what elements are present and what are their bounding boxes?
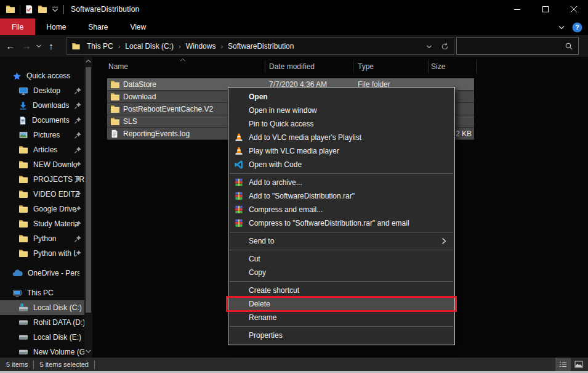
sidebar-item-desktop[interactable]: Desktop (0, 83, 84, 98)
sidebar-item-local-disk-e[interactable]: Local Disk (E:) (0, 330, 84, 345)
menu-item-play-with-vlc-media-player[interactable]: Play with VLC media player (228, 144, 454, 158)
sidebar-item-quick-access[interactable]: Quick access (0, 68, 84, 83)
pin-icon (74, 191, 82, 199)
menu-item-compress-and-email[interactable]: Compress and email... (228, 203, 454, 216)
folder-icon[interactable] (6, 4, 15, 14)
tab-file[interactable]: File (0, 18, 35, 35)
breadcrumb-segment[interactable]: Windows (183, 42, 219, 51)
folder-icon (110, 104, 120, 114)
column-divider[interactable] (428, 60, 429, 73)
menu-item-open-with-code[interactable]: Open with Code (228, 158, 454, 171)
sidebar-item-google-drive[interactable]: Google Drive (0, 202, 84, 216)
menu-item-add-to-softwaredistribution-rar[interactable]: Add to "SoftwareDistribution.rar" (228, 189, 454, 203)
sidebar-item-downloads[interactable]: Downloads (0, 98, 84, 113)
help-icon[interactable]: ? (572, 22, 582, 33)
folder-icon (18, 234, 28, 244)
menu-item-open[interactable]: Open (228, 90, 454, 104)
toolbar-dropdown-icon[interactable] (52, 6, 58, 12)
vlc-icon (234, 146, 244, 156)
menu-item-rename[interactable]: Rename (228, 311, 454, 324)
search-input[interactable] (461, 39, 559, 52)
up-button[interactable]: ↑ (44, 39, 58, 54)
tab-home[interactable]: Home (35, 18, 77, 35)
star-icon (12, 72, 22, 81)
small-chevron-icon[interactable] (36, 43, 42, 49)
minimize-button[interactable] (503, 0, 531, 18)
sidebar-item-label: Google Drive (33, 205, 76, 213)
breadcrumb-segment[interactable]: SoftwareDistribution (225, 42, 297, 51)
sidebar-scrollbar[interactable] (84, 57, 92, 358)
maximize-button[interactable] (531, 0, 560, 18)
status-divider (33, 361, 34, 369)
menu-item-cut[interactable]: Cut (228, 252, 454, 266)
folder-icon[interactable] (38, 4, 47, 14)
menu-item-send-to[interactable]: Send to (228, 234, 454, 248)
sidebar-item-rohit-data-d[interactable]: Rohit DATA (D:) (0, 315, 84, 330)
sidebar-item-new-volume-g[interactable]: New Volume (G: (0, 345, 84, 358)
sidebar-item-new-downlo[interactable]: NEW Downlo (0, 157, 84, 172)
pc-icon (12, 289, 22, 298)
sidebar-item-pictures[interactable]: Pictures (0, 128, 84, 142)
details-view-button[interactable] (555, 358, 571, 371)
column-header-size[interactable]: Size (431, 62, 445, 71)
back-button[interactable]: ← (4, 39, 17, 54)
collapse-chevron-icon[interactable] (558, 25, 565, 31)
breadcrumb-segment[interactable]: This PC (84, 42, 116, 51)
small-chevron-icon[interactable] (426, 44, 432, 50)
forward-button[interactable]: → (20, 39, 33, 54)
folder-icon (18, 160, 28, 170)
menu-item-pin-to-quick-access[interactable]: Pin to Quick access (228, 117, 454, 131)
menu-separator (230, 173, 453, 174)
winrar-icon (234, 191, 244, 201)
menu-item-properties[interactable]: Properties (228, 329, 454, 342)
close-button[interactable] (560, 0, 588, 18)
pin-icon (74, 176, 82, 184)
search-icon (565, 42, 573, 51)
sidebar-item-video-editz[interactable]: VIDEO EDITZ (0, 187, 84, 202)
sidebar-item-study-materia[interactable]: Study Materia (0, 216, 84, 231)
tab-view[interactable]: View (119, 18, 157, 35)
scroll-down-icon[interactable] (85, 349, 92, 354)
file-check-icon[interactable] (25, 4, 33, 14)
sidebar-item-python-with-i[interactable]: Python with I (0, 246, 84, 261)
scrollbar-thumb[interactable] (86, 67, 91, 313)
tab-share[interactable]: Share (77, 18, 119, 35)
breadcrumb-chevron-icon[interactable]: › (177, 43, 183, 50)
sidebar-item-documents[interactable]: Documents (0, 113, 84, 128)
menu-item-create-shortcut[interactable]: Create shortcut (228, 284, 454, 297)
column-header-date-modified[interactable]: Date modified (269, 62, 315, 71)
breadcrumb-chevron-icon[interactable]: › (219, 43, 225, 50)
breadcrumb-chevron-icon[interactable]: › (116, 43, 123, 50)
ribbon-tab-bar: File HomeShareView (0, 18, 588, 35)
address-bar[interactable]: This PC›Local Disk (C:)›Windows›Software… (66, 37, 454, 55)
sidebar-item-label: Rohit DATA (D:) (33, 318, 84, 327)
scroll-up-icon[interactable] (85, 59, 92, 64)
search-box[interactable] (456, 37, 579, 55)
breadcrumb-segment[interactable]: Local Disk (C:) (122, 42, 177, 51)
sidebar-item-python[interactable]: Python (0, 231, 84, 246)
sidebar-item-label: Desktop (33, 86, 60, 95)
menu-item-compress-to-softwaredistribution-rar-and-email[interactable]: Compress to "SoftwareDistribution.rar" a… (228, 216, 454, 230)
sidebar-item-this-pc[interactable]: This PC (0, 285, 84, 300)
refresh-icon[interactable] (441, 43, 449, 51)
column-divider[interactable] (265, 60, 265, 73)
menu-item-add-to-archive[interactable]: Add to archive... (228, 176, 454, 189)
column-header-name[interactable]: Name (108, 62, 128, 71)
column-header-type[interactable]: Type (358, 62, 374, 71)
desktop-icon (18, 86, 28, 96)
column-divider[interactable] (476, 60, 477, 73)
menu-item-open-in-new-window[interactable]: Open in new window (228, 104, 454, 117)
sidebar-item-local-disk-c[interactable]: Local Disk (C:) (0, 300, 84, 315)
menu-item-copy[interactable]: Copy (228, 266, 454, 279)
svg-text:?: ? (575, 23, 579, 31)
column-divider[interactable] (353, 60, 353, 73)
thumbnail-view-button[interactable] (571, 358, 586, 371)
sidebar-item-projects-tr[interactable]: PROJECTS TR (0, 172, 84, 187)
menu-item-delete[interactable]: Delete (228, 297, 454, 311)
menu-item-add-to-vlc-media-player-s-playlist[interactable]: Add to VLC media player's Playlist (228, 131, 454, 144)
drive-os-icon (18, 303, 28, 313)
sidebar-item-onedrive-persor[interactable]: OneDrive - Persor (0, 266, 84, 281)
sidebar-item-articles[interactable]: Articles (0, 142, 84, 157)
winrar-icon (234, 178, 244, 187)
details-view-icon (559, 361, 567, 368)
